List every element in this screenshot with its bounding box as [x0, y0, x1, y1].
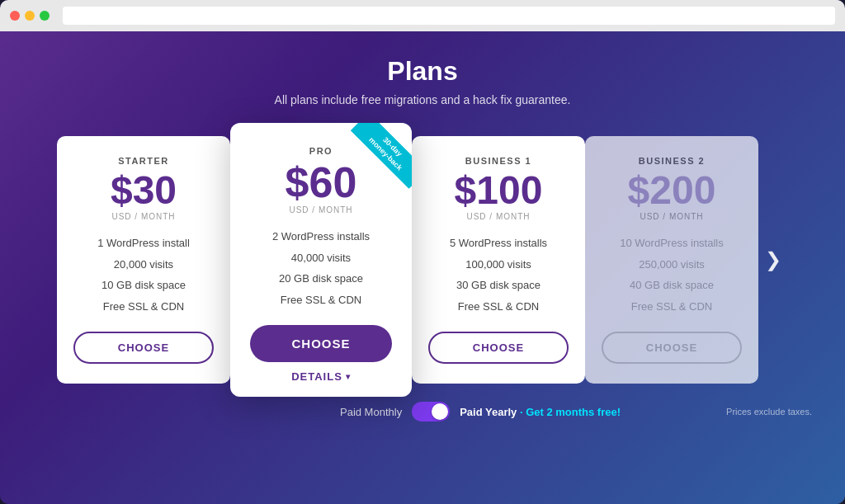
feature-pro-1: 2 WordPress installs: [250, 226, 392, 247]
plan-features-starter: 1 WordPress install 20,000 visits 10 GB …: [73, 233, 214, 317]
plan-period-business2: USD / MONTH: [602, 212, 742, 221]
feature-pro-4: Free SSL & CDN: [250, 290, 392, 311]
feature-pro-3: 20 GB disk space: [250, 268, 392, 290]
feature-starter-1: 1 WordPress install: [73, 233, 214, 254]
feature-biz2-4: Free SSL & CDN: [602, 296, 742, 318]
browser-window: Plans All plans include free migrations …: [0, 0, 845, 504]
feature-starter-4: Free SSL & CDN: [73, 296, 214, 318]
feature-biz1-4: Free SSL & CDN: [428, 296, 569, 318]
feature-biz2-3: 40 GB disk space: [602, 275, 742, 296]
feature-pro-2: 40,000 visits: [250, 247, 392, 269]
choose-button-pro[interactable]: CHOOSE: [250, 325, 392, 362]
footer-bar: Paid Monthly Paid Yearly · Get 2 months …: [33, 389, 812, 422]
plans-container: STARTER $30 USD / MONTH 1 WordPress inst…: [33, 131, 812, 389]
plan-card-business2: BUSINESS 2 $200 USD / MONTH 10 WordPress…: [585, 136, 758, 384]
feature-biz1-3: 30 GB disk space: [428, 275, 569, 296]
billing-toggle: Paid Monthly Paid Yearly · Get 2 months …: [340, 402, 621, 422]
choose-button-business1[interactable]: CHOOSE: [428, 332, 569, 364]
plan-price-starter: $30: [73, 171, 214, 210]
next-plan-arrow[interactable]: ❯: [758, 248, 788, 271]
plan-card-business1: BUSINESS 1 $100 USD / MONTH 5 WordPress …: [412, 136, 585, 384]
close-dot[interactable]: [10, 11, 20, 21]
maximize-dot[interactable]: [40, 11, 50, 21]
feature-starter-2: 20,000 visits: [73, 254, 214, 276]
browser-bar: [0, 0, 845, 31]
choose-button-starter[interactable]: CHOOSE: [73, 332, 214, 364]
plan-card-starter: STARTER $30 USD / MONTH 1 WordPress inst…: [57, 136, 230, 384]
minimize-dot[interactable]: [25, 11, 35, 21]
plan-name-starter: STARTER: [73, 156, 214, 166]
monthly-label: Paid Monthly: [340, 406, 402, 418]
yearly-promo: · Get 2 months free!: [520, 406, 621, 418]
billing-toggle-switch[interactable]: [412, 402, 450, 422]
details-label: DETAILS: [291, 370, 342, 383]
plan-period-business1: USD / MONTH: [428, 212, 569, 221]
feature-biz2-1: 10 WordPress installs: [602, 233, 742, 254]
ribbon-pro: [338, 123, 412, 197]
feature-starter-3: 10 GB disk space: [73, 275, 214, 296]
plan-name-business2: BUSINESS 2: [602, 156, 742, 166]
choose-button-business2[interactable]: CHOOSE: [602, 332, 742, 364]
plan-period-pro: USD / MONTH: [250, 205, 392, 214]
feature-biz1-2: 100,000 visits: [428, 254, 569, 276]
plan-price-business1: $100: [428, 171, 569, 210]
details-link-pro[interactable]: DETAILS ▾: [291, 370, 351, 383]
plan-price-business2: $200: [602, 171, 742, 210]
yearly-label: Paid Yearly · Get 2 months free!: [460, 406, 621, 418]
plan-card-pro: PRO $60 USD / MONTH 2 WordPress installs…: [230, 123, 412, 397]
plan-features-pro: 2 WordPress installs 40,000 visits 20 GB…: [250, 226, 392, 310]
plan-period-starter: USD / MONTH: [73, 212, 214, 221]
feature-biz1-1: 5 WordPress installs: [428, 233, 569, 254]
page-title: Plans: [387, 56, 457, 87]
page-subtitle: All plans include free migrations and a …: [275, 93, 571, 106]
feature-biz2-2: 250,000 visits: [602, 254, 742, 276]
toggle-knob: [432, 403, 448, 420]
address-bar[interactable]: [63, 7, 835, 25]
taxes-note: Prices exclude taxes.: [726, 407, 812, 417]
chevron-down-icon: ▾: [346, 372, 351, 381]
plan-features-business1: 5 WordPress installs 100,000 visits 30 G…: [428, 233, 569, 317]
plan-name-business1: BUSINESS 1: [428, 156, 569, 166]
plan-features-business2: 10 WordPress installs 250,000 visits 40 …: [602, 233, 742, 317]
page-content: Plans All plans include free migrations …: [0, 31, 845, 438]
